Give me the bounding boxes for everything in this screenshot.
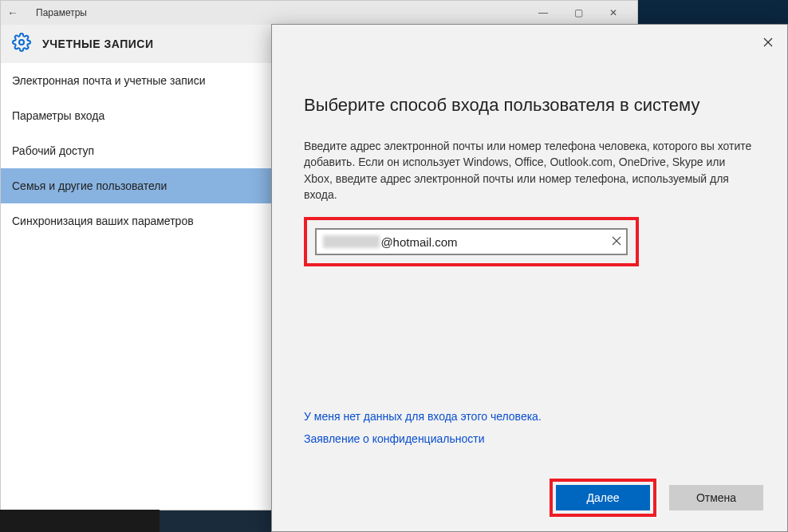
email-input-callout [304,217,639,266]
email-input[interactable] [380,235,602,249]
back-arrow-icon[interactable]: ← [7,6,23,19]
sidebar-item-sync-settings[interactable]: Синхронизация ваших параметров [1,203,272,238]
link-privacy-statement[interactable]: Заявление о конфиденциальности [304,432,542,445]
email-input-container[interactable] [315,228,628,255]
sidebar-item-work-access[interactable]: Рабочий доступ [1,133,272,168]
dialog-links: У меня нет данных для входа этого челове… [304,410,542,455]
gear-icon [12,33,31,55]
sidebar-item-email-accounts[interactable]: Электронная почта и учетные записи [1,63,272,98]
minimize-button[interactable]: — [526,1,561,25]
dialog-description: Введите адрес электронной почты или номе… [304,138,755,203]
sidebar-item-family-other-users[interactable]: Семья и другие пользователи [1,168,272,203]
dialog-title: Выберите способ входа пользователя в сис… [304,95,755,116]
settings-sidebar: Электронная почта и учетные записи Парам… [1,63,272,238]
window-controls: — ▢ ✕ [526,1,631,25]
dialog-body: Выберите способ входа пользователя в сис… [272,25,787,266]
maximize-button[interactable]: ▢ [561,1,596,25]
svg-point-0 [19,40,24,45]
email-redacted-prefix [323,235,380,248]
dialog-buttons: Далее Отмена [550,479,763,517]
sidebar-item-signin-options[interactable]: Параметры входа [1,98,272,133]
add-user-dialog: Выберите способ входа пользователя в сис… [271,24,788,532]
cancel-button[interactable]: Отмена [669,485,763,510]
dialog-close-button[interactable] [757,31,779,53]
close-button[interactable]: ✕ [596,1,631,25]
settings-titlebar: ← Параметры — ▢ ✕ [1,1,637,25]
next-button[interactable]: Далее [556,485,650,510]
taskbar-strip [0,510,160,532]
link-no-signin-info[interactable]: У меня нет данных для входа этого челове… [304,410,542,423]
next-button-callout: Далее [550,479,656,517]
settings-window-title: Параметры [36,7,87,18]
clear-input-icon[interactable] [612,234,621,249]
settings-header-title: УЧЕТНЫЕ ЗАПИСИ [42,37,153,50]
